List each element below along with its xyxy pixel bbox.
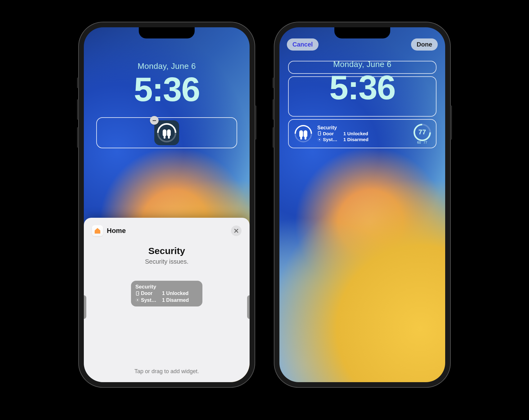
- remove-widget-button[interactable]: –: [150, 116, 159, 125]
- screen-left: Monday, June 6 5:36 – Home: [84, 27, 250, 382]
- power-button[interactable]: [255, 105, 256, 140]
- mute-switch[interactable]: [273, 78, 274, 88]
- door-icon: [317, 131, 322, 136]
- phone-left: Monday, June 6 5:36 – Home: [78, 22, 255, 388]
- widget-edit-slot[interactable]: Security Door 1 Unlocked Syst… 1 Disarme…: [288, 119, 436, 148]
- mute-switch[interactable]: [77, 78, 79, 88]
- svg-point-4: [320, 133, 320, 134]
- sheet-app-name: Home: [107, 227, 126, 235]
- sheet-subheading: Security issues.: [92, 258, 242, 265]
- lockscreen-time: 5:36: [279, 70, 445, 105]
- lockscreen-time: 5:36: [84, 72, 250, 106]
- widget-picker-sheet: Home Security Security issues. Security …: [84, 218, 250, 382]
- svg-point-1: [138, 293, 138, 294]
- volume-up[interactable]: [77, 99, 79, 120]
- svg-point-5: [319, 139, 320, 140]
- close-icon: [234, 228, 239, 233]
- lockscreen-date: Monday, June 6: [279, 60, 445, 69]
- close-sheet-button[interactable]: [231, 226, 242, 236]
- security-row-system: Syst… 1 Disarmed: [317, 136, 409, 143]
- cancel-button[interactable]: Cancel: [287, 38, 319, 51]
- battery-ring-icon: [291, 121, 315, 146]
- volume-up[interactable]: [273, 99, 274, 120]
- lockscreen-date: Monday, June 6: [84, 61, 250, 71]
- airpods-battery-widget[interactable]: [292, 123, 314, 145]
- airpods-battery-widget[interactable]: –: [154, 120, 179, 145]
- gauge-value: 77: [412, 128, 432, 136]
- gauge-range: 6077: [412, 141, 432, 144]
- security-widget[interactable]: Security Door 1 Unlocked Syst… 1 Disarme…: [317, 125, 409, 143]
- preview-title: Security: [135, 284, 198, 290]
- prev-widget-peek[interactable]: [84, 295, 86, 319]
- alarm-icon: [317, 137, 322, 142]
- done-button[interactable]: Done: [411, 38, 438, 51]
- lockscreen-header: Monday, June 6 5:36: [279, 60, 445, 105]
- power-button[interactable]: [450, 105, 452, 140]
- volume-down[interactable]: [273, 127, 274, 148]
- security-widget-preview[interactable]: Security Door 1 Unlocked Syst… 1 Disarme…: [131, 281, 202, 306]
- notch: [334, 27, 390, 38]
- lockscreen-header: Monday, June 6 5:36: [84, 61, 250, 106]
- preview-row-door: Door 1 Unlocked: [135, 290, 198, 297]
- widget-slot-row[interactable]: –: [96, 117, 237, 148]
- home-app-icon: [92, 225, 103, 236]
- security-widget-title: Security: [317, 125, 409, 131]
- climate-gauge-widget[interactable]: 77 6077: [412, 124, 432, 144]
- next-widget-peek[interactable]: [247, 295, 250, 319]
- screen-right: Cancel Done Monday, June 6 5:36 Security…: [279, 27, 445, 382]
- door-icon: [135, 291, 140, 296]
- alarm-icon: [135, 298, 140, 302]
- volume-down[interactable]: [77, 127, 79, 148]
- phone-right: Cancel Done Monday, June 6 5:36 Security…: [274, 22, 451, 388]
- preview-row-system: Syst… 1 Disarmed: [135, 297, 198, 304]
- notch: [139, 27, 195, 38]
- sheet-heading: Security: [92, 246, 242, 256]
- svg-point-2: [137, 299, 138, 301]
- sheet-footer-hint: Tap or drag to add widget.: [84, 368, 250, 375]
- security-row-door: Door 1 Unlocked: [317, 131, 409, 137]
